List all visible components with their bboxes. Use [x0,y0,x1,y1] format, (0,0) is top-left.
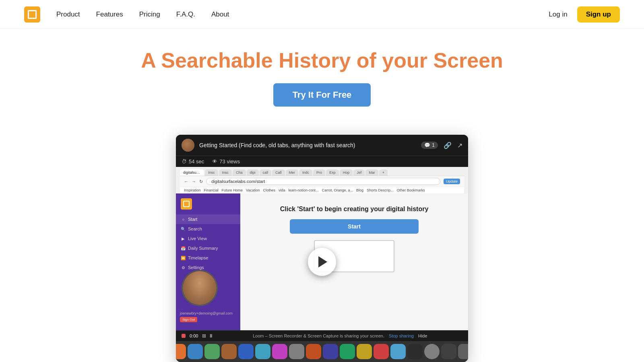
grid-icon[interactable]: ⊞ [202,333,206,339]
loom-video-title: Getting Started (Find code, old tabs, an… [199,142,416,148]
video-embed[interactable]: Getting Started (Find code, old tabs, an… [176,135,468,362]
new-tab-button[interactable]: + [379,169,388,176]
browser-tab[interactable]: Cha [233,169,246,176]
eye-icon: 👁 [212,158,217,165]
bookmark-financial[interactable]: Financial [204,188,219,192]
address-input[interactable]: digitalsurfacelabs.com/start [206,178,440,185]
signup-button[interactable]: Sign up [577,6,620,23]
dock-icon-18[interactable] [458,344,468,359]
comment-count: 1 [432,142,435,148]
browser-tab[interactable]: dipi [247,169,259,176]
nav-features[interactable]: Features [96,10,123,19]
views-value: 73 views [219,158,240,165]
os-dock [176,341,468,362]
bookmark-clothes[interactable]: Clothes [263,188,275,192]
loom-stats-bar: ⏱ 54 sec 👁 73 views [176,156,468,167]
bookmark-shorts[interactable]: Shorts Descrip... [367,188,394,192]
bookmark-other[interactable]: Other Bookmarks [397,188,425,192]
dock-icon-8[interactable] [289,344,304,359]
dock-icon-11[interactable] [340,344,355,359]
bookmark-future-home[interactable]: Future Home [222,188,243,192]
bookmark-carrot[interactable]: Carrot, Orange, a... [322,188,353,192]
dock-icon-16[interactable] [424,344,440,359]
dock-icon-4[interactable] [221,344,237,359]
browser-tab[interactable]: Mar [365,169,378,176]
nav-product[interactable]: Product [56,10,80,19]
browser-tab[interactable]: Hop [340,169,353,176]
link-icon[interactable]: 🔗 [444,142,452,149]
duration-stat: ⏱ 54 sec [182,158,204,165]
loom-avatar [182,139,194,152]
logo-icon [28,10,37,19]
recording-bar: 0:00 ⊞ ⏸ Loom – Screen Recorder & Screen… [176,330,468,341]
bookmark-learn-notion[interactable]: learn-notion-cont... [288,188,318,192]
dock-icon-9[interactable] [306,344,321,359]
browser-tab[interactable]: Insc [205,169,218,176]
try-free-button[interactable]: Try It For Free [273,83,371,107]
play-button[interactable] [308,248,336,276]
avatar-image [182,139,194,152]
dock-icon-14[interactable] [390,344,406,359]
play-triangle-icon [318,256,327,267]
hide-button[interactable]: Hide [418,333,427,338]
navbar: Product Features Pricing F.A.Q. About Lo… [0,0,644,29]
dock-icon-10[interactable] [323,344,338,359]
update-badge[interactable]: Update [444,179,460,184]
browser-tab[interactable]: call [260,169,272,176]
dock-icon-12[interactable] [357,344,372,359]
bookmark-vacation[interactable]: Vacation [246,188,260,192]
comment-icon: 💬 [424,142,430,148]
browser-tabs: digitalsurface... Insc Insc Cha dipi cal… [180,169,464,176]
browser-tab[interactable]: Indc [299,169,312,176]
browser-chrome: digitalsurface... Insc Insc Cha dipi cal… [176,167,468,193]
loom-actions: 💬 1 🔗 ↗ [421,142,462,149]
dock-icon-3[interactable] [204,344,220,359]
record-controls: ⊞ ⏸ [202,333,213,339]
dock-icon-5[interactable] [238,344,254,359]
record-time: 0:00 [190,333,198,338]
bookmark-blog[interactable]: Blog [356,188,363,192]
nav-links: Product Features Pricing F.A.Q. About [56,10,549,19]
nav-about[interactable]: About [211,10,229,19]
nav-right: Log in Sign up [549,6,620,23]
dock-icon-13[interactable] [374,344,389,359]
comment-badge[interactable]: 💬 1 [421,142,438,149]
clock-icon: ⏱ [182,158,187,165]
pause-icon[interactable]: ⏸ [208,333,213,339]
hero-section: A Searchable History of your Screen Try … [0,29,644,135]
sharing-text: Loom – Screen Recorder & Screen Capture … [253,333,384,338]
browser-tab[interactable]: Insc [219,169,232,176]
back-button[interactable]: ← [184,179,188,184]
sharing-notice: Loom – Screen Recorder & Screen Capture … [217,333,462,338]
dock-icon-6[interactable] [255,344,270,359]
browser-tab[interactable]: Call [272,169,285,176]
views-stat: 👁 73 views [212,158,240,165]
bookmark-vida[interactable]: vida [279,188,285,192]
logo[interactable] [24,6,40,23]
bookmarks-bar: Inspiration Financial Future Home Vacati… [180,187,464,193]
reload-button[interactable]: ↻ [199,179,203,184]
external-link-icon[interactable]: ↗ [457,142,462,149]
browser-address-bar: ← → ↻ digitalsurfacelabs.com/start Updat… [180,176,464,187]
dock-icon-15[interactable] [407,344,423,359]
dock-icon-7[interactable] [272,344,287,359]
nav-faq[interactable]: F.A.Q. [176,10,195,19]
dock-icon-1[interactable] [176,344,186,359]
active-tab[interactable]: digitalsurface... [180,169,204,176]
dock-icon-2[interactable] [188,344,203,359]
hero-title: A Searchable History of your Screen [8,49,636,72]
bookmark-inspiration[interactable]: Inspiration [184,188,201,192]
play-button-overlay[interactable] [176,193,468,330]
stop-sharing-button[interactable]: Stop sharing [389,333,414,338]
video-content-area: ○ Start 🔍 Search ▶ Live View 📅 Daily Sum… [176,193,468,330]
browser-tab[interactable]: Jef [353,169,365,176]
forward-button[interactable]: → [192,179,196,184]
nav-pricing[interactable]: Pricing [139,10,160,19]
browser-tab[interactable]: Pro [313,169,325,176]
browser-tab[interactable]: Exp [326,169,339,176]
dock-icon-17[interactable] [441,344,456,359]
duration-value: 54 sec [189,158,204,165]
login-button[interactable]: Log in [549,10,567,19]
record-indicator [182,334,186,338]
browser-tab[interactable]: Mer [286,169,299,176]
